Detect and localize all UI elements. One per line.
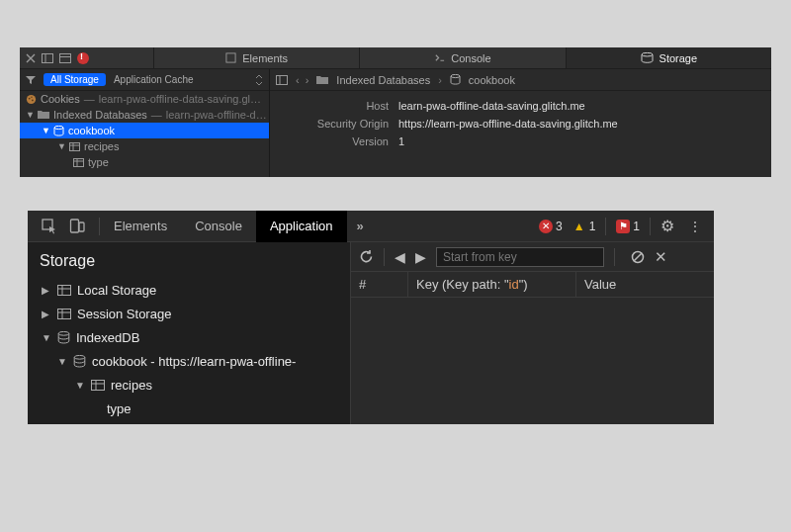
svg-rect-24 bbox=[58, 285, 71, 295]
folder-icon bbox=[316, 75, 328, 85]
status-counters: ✕3 ▲1 ⚑1 ⚙ ⋮ bbox=[539, 217, 714, 235]
chrome-application-panel: Elements Console Application » ✕3 ▲1 ⚑1 … bbox=[28, 211, 714, 424]
sidebar-db-cookbook[interactable]: ▼ cookbook - https://learn-pwa-offline- bbox=[28, 349, 350, 373]
tab-elements[interactable]: Elements bbox=[100, 211, 181, 242]
database-icon bbox=[53, 126, 64, 136]
svg-point-31 bbox=[74, 355, 85, 359]
storage-main: ‹ › Indexed Databases › cookbook Hostlea… bbox=[270, 69, 771, 177]
clear-store-icon[interactable] bbox=[631, 250, 645, 264]
settings-icon[interactable]: ⚙ bbox=[660, 217, 674, 235]
svg-rect-22 bbox=[71, 220, 79, 232]
keypath-value: id bbox=[509, 277, 519, 292]
warning-counter[interactable]: ▲1 bbox=[572, 220, 596, 233]
caret-right-icon: ▶ bbox=[42, 309, 51, 319]
tab-application[interactable]: Application bbox=[256, 211, 347, 242]
prev-page-icon[interactable]: ◀ bbox=[395, 249, 405, 265]
svg-rect-27 bbox=[58, 309, 71, 318]
caret-down-icon: ▼ bbox=[26, 110, 34, 120]
svg-rect-15 bbox=[74, 158, 84, 166]
tab-elements[interactable]: Elements bbox=[153, 47, 359, 68]
table-icon bbox=[69, 142, 80, 151]
start-from-key-input[interactable] bbox=[436, 247, 604, 267]
close-icon[interactable] bbox=[26, 53, 36, 63]
tree-site: learn-pwa-offline-dat… bbox=[166, 109, 269, 121]
detail-value: learn-pwa-offline-data-saving.glitch.me bbox=[398, 100, 585, 112]
database-icon bbox=[57, 331, 70, 344]
tree-label: Cookies bbox=[41, 93, 80, 105]
caret-right-icon: ▶ bbox=[42, 285, 51, 296]
next-page-icon[interactable]: ▶ bbox=[415, 249, 426, 265]
col-key[interactable]: Key (Key path: "id") bbox=[408, 272, 576, 297]
svg-rect-5 bbox=[226, 53, 235, 62]
filter-app-cache[interactable]: Application Cache bbox=[114, 74, 194, 85]
error-badge[interactable]: ! bbox=[77, 52, 92, 64]
col-index[interactable]: # bbox=[351, 272, 408, 297]
tree-db-cookbook[interactable]: ▼ cookbook bbox=[20, 123, 269, 138]
refresh-icon[interactable] bbox=[359, 249, 374, 264]
tab-console[interactable]: Console bbox=[359, 47, 565, 68]
svg-rect-32 bbox=[92, 380, 105, 390]
device-icon[interactable] bbox=[69, 219, 85, 234]
tree-index-type[interactable]: type bbox=[20, 154, 269, 170]
svg-rect-23 bbox=[79, 222, 84, 231]
tab-label: Application bbox=[270, 219, 333, 233]
detail-key: Host bbox=[270, 100, 398, 112]
sidebar-session-storage[interactable]: ▶ Session Storage bbox=[28, 302, 350, 325]
sidebar-local-storage[interactable]: ▶ Local Storage bbox=[28, 278, 350, 302]
sidebar-toggle-icon[interactable] bbox=[276, 75, 288, 85]
detail-key: Version bbox=[270, 135, 398, 147]
application-main: ◀ ▶ ✕ # Key (Key path: "id") Value bbox=[350, 242, 714, 424]
console-icon bbox=[434, 52, 445, 63]
caret-down-icon: ▼ bbox=[42, 126, 49, 135]
svg-point-9 bbox=[32, 99, 34, 101]
panel-icon[interactable] bbox=[59, 53, 71, 63]
tree-cookies[interactable]: Cookies — learn-pwa-offline-data-saving.… bbox=[20, 91, 269, 107]
tab-label: Console bbox=[451, 52, 490, 64]
filter-all-storage[interactable]: All Storage bbox=[44, 73, 106, 86]
error-counter[interactable]: ✕3 bbox=[539, 220, 563, 233]
tab-console[interactable]: Console bbox=[181, 211, 256, 242]
table-icon bbox=[57, 285, 71, 296]
breadcrumb-bar: ‹ › Indexed Databases › cookbook bbox=[270, 69, 771, 91]
nav-forward[interactable]: › bbox=[306, 74, 309, 86]
sidebar-index-type[interactable]: type bbox=[28, 397, 350, 420]
sidebar-store-recipes[interactable]: ▼ recipes bbox=[28, 373, 350, 397]
svg-point-10 bbox=[31, 96, 32, 97]
dock-icon[interactable] bbox=[42, 53, 53, 63]
svg-rect-18 bbox=[277, 75, 288, 84]
filter-icon[interactable] bbox=[26, 75, 36, 85]
breadcrumb[interactable]: Indexed Databases bbox=[336, 74, 430, 86]
tab-label: Storage bbox=[659, 52, 698, 64]
issues-counter[interactable]: ⚑1 bbox=[616, 220, 640, 233]
breadcrumb[interactable]: cookbook bbox=[469, 74, 515, 86]
kebab-icon[interactable]: ⋮ bbox=[684, 219, 706, 234]
svg-point-7 bbox=[27, 94, 36, 103]
tab-bar: ! Elements Console Storage bbox=[20, 47, 771, 69]
filter-bar: All Storage Application Cache bbox=[20, 69, 269, 91]
nav-back[interactable]: ‹ bbox=[296, 74, 300, 86]
storage-icon bbox=[641, 52, 654, 63]
application-sidebar: Storage ▶ Local Storage ▶ Session Storag… bbox=[28, 242, 350, 424]
tree-indexed-databases[interactable]: ▼ Indexed Databases — learn-pwa-offline-… bbox=[20, 107, 269, 123]
detail-value: 1 bbox=[398, 135, 404, 147]
elements-icon bbox=[225, 52, 236, 63]
cookie-icon bbox=[26, 94, 37, 105]
caret-down-icon: ▼ bbox=[75, 380, 85, 391]
tab-label: Elements bbox=[114, 219, 167, 233]
expand-icon[interactable] bbox=[255, 75, 263, 85]
more-tabs[interactable]: » bbox=[347, 219, 374, 233]
sidebar-label: IndexedDB bbox=[76, 330, 139, 345]
detail-key: Security Origin bbox=[270, 118, 398, 130]
inspect-icon[interactable] bbox=[42, 219, 57, 234]
detail-value: https://learn-pwa-offline-data-saving.gl… bbox=[398, 118, 618, 130]
svg-point-4 bbox=[77, 52, 89, 64]
sidebar-indexeddb[interactable]: ▼ IndexedDB bbox=[28, 325, 350, 349]
svg-rect-2 bbox=[60, 53, 71, 62]
delete-icon[interactable]: ✕ bbox=[655, 248, 667, 266]
col-value[interactable]: Value bbox=[576, 272, 714, 297]
svg-point-20 bbox=[451, 74, 460, 77]
webkit-storage-panel: ! Elements Console Storage All Storage A… bbox=[20, 47, 771, 177]
tree-store-recipes[interactable]: ▼ recipes bbox=[20, 138, 269, 154]
table-icon bbox=[73, 158, 84, 167]
tab-storage[interactable]: Storage bbox=[566, 47, 771, 68]
